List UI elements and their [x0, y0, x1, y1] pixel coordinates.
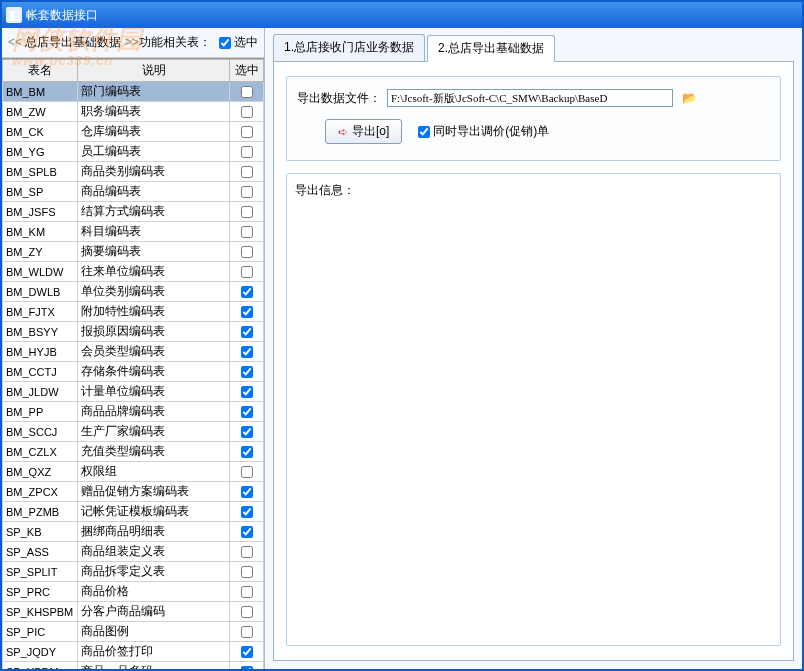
table-row[interactable]: BM_YG员工编码表 [3, 142, 264, 162]
cell-chk[interactable] [230, 642, 264, 662]
table-row[interactable]: SP_ASS商品组装定义表 [3, 542, 264, 562]
cell-chk[interactable] [230, 422, 264, 442]
table-row[interactable]: BM_ZW职务编码表 [3, 102, 264, 122]
table-row[interactable]: BM_JSFS结算方式编码表 [3, 202, 264, 222]
row-checkbox[interactable] [241, 506, 253, 518]
row-checkbox[interactable] [241, 406, 253, 418]
table-row[interactable]: SP_YPDM商品一品多码 [3, 662, 264, 670]
cell-chk[interactable] [230, 282, 264, 302]
row-checkbox[interactable] [241, 666, 253, 669]
cell-chk[interactable] [230, 522, 264, 542]
table-row[interactable]: BM_PZMB记帐凭证模板编码表 [3, 502, 264, 522]
select-all-checkbox[interactable] [219, 37, 231, 49]
col-name[interactable]: 表名 [3, 60, 78, 82]
table-row[interactable]: BM_WLDW往来单位编码表 [3, 262, 264, 282]
row-checkbox[interactable] [241, 426, 253, 438]
row-checkbox[interactable] [241, 266, 253, 278]
sync-price-option[interactable]: 同时导出调价(促销)单 [418, 123, 549, 140]
row-checkbox[interactable] [241, 186, 253, 198]
cell-chk[interactable] [230, 582, 264, 602]
cell-chk[interactable] [230, 602, 264, 622]
cell-chk[interactable] [230, 502, 264, 522]
cell-chk[interactable] [230, 302, 264, 322]
table-row[interactable]: BM_CCTJ存储条件编码表 [3, 362, 264, 382]
row-checkbox[interactable] [241, 366, 253, 378]
row-checkbox[interactable] [241, 546, 253, 558]
cell-chk[interactable] [230, 142, 264, 162]
cell-chk[interactable] [230, 242, 264, 262]
table-row[interactable]: BM_SPLB商品类别编码表 [3, 162, 264, 182]
cell-chk[interactable] [230, 562, 264, 582]
tab-receive[interactable]: 1.总店接收门店业务数据 [273, 34, 425, 61]
row-checkbox[interactable] [241, 646, 253, 658]
table-row[interactable]: SP_KB捆绑商品明细表 [3, 522, 264, 542]
table-row[interactable]: SP_PIC商品图例 [3, 622, 264, 642]
cell-chk[interactable] [230, 262, 264, 282]
browse-folder-icon[interactable]: 📂 [679, 89, 699, 107]
table-row[interactable]: BM_CK仓库编码表 [3, 122, 264, 142]
cell-chk[interactable] [230, 202, 264, 222]
cell-chk[interactable] [230, 182, 264, 202]
cell-chk[interactable] [230, 342, 264, 362]
col-desc[interactable]: 说明 [78, 60, 230, 82]
cell-chk[interactable] [230, 102, 264, 122]
row-checkbox[interactable] [241, 226, 253, 238]
cell-chk[interactable] [230, 122, 264, 142]
row-checkbox[interactable] [241, 446, 253, 458]
row-checkbox[interactable] [241, 206, 253, 218]
row-checkbox[interactable] [241, 486, 253, 498]
table-row[interactable]: SP_KHSPBM分客户商品编码 [3, 602, 264, 622]
row-checkbox[interactable] [241, 126, 253, 138]
table-row[interactable]: BM_ZY摘要编码表 [3, 242, 264, 262]
cell-chk[interactable] [230, 442, 264, 462]
row-checkbox[interactable] [241, 106, 253, 118]
table-row[interactable]: SP_PRC商品价格 [3, 582, 264, 602]
row-checkbox[interactable] [241, 626, 253, 638]
row-checkbox[interactable] [241, 246, 253, 258]
cell-chk[interactable] [230, 362, 264, 382]
cell-chk[interactable] [230, 462, 264, 482]
row-checkbox[interactable] [241, 146, 253, 158]
export-button[interactable]: ➪ 导出[o] [325, 119, 402, 144]
row-checkbox[interactable] [241, 306, 253, 318]
table-row[interactable]: BM_BSYY报损原因编码表 [3, 322, 264, 342]
table-row[interactable]: BM_ZPCX赠品促销方案编码表 [3, 482, 264, 502]
row-checkbox[interactable] [241, 526, 253, 538]
cell-chk[interactable] [230, 482, 264, 502]
tab-export[interactable]: 2.总店导出基础数据 [427, 35, 555, 62]
row-checkbox[interactable] [241, 166, 253, 178]
row-checkbox[interactable] [241, 286, 253, 298]
table-row[interactable]: BM_QXZ权限组 [3, 462, 264, 482]
cell-chk[interactable] [230, 402, 264, 422]
row-checkbox[interactable] [241, 466, 253, 478]
cell-chk[interactable] [230, 82, 264, 102]
table-row[interactable]: BM_BM部门编码表 [3, 82, 264, 102]
row-checkbox[interactable] [241, 586, 253, 598]
row-checkbox[interactable] [241, 346, 253, 358]
table-row[interactable]: BM_DWLB单位类别编码表 [3, 282, 264, 302]
row-checkbox[interactable] [241, 386, 253, 398]
select-all[interactable]: 选中 [219, 34, 258, 51]
cell-chk[interactable] [230, 622, 264, 642]
table-row[interactable]: SP_JQDY商品价签打印 [3, 642, 264, 662]
table-row[interactable]: BM_KM科目编码表 [3, 222, 264, 242]
table-row[interactable]: SP_SPLIT商品拆零定义表 [3, 562, 264, 582]
table-row[interactable]: BM_SCCJ生产厂家编码表 [3, 422, 264, 442]
sync-price-checkbox[interactable] [418, 126, 430, 138]
cell-chk[interactable] [230, 322, 264, 342]
row-checkbox[interactable] [241, 566, 253, 578]
export-path-input[interactable] [387, 89, 673, 107]
table-scroll[interactable]: 表名 说明 选中 BM_BM部门编码表BM_ZW职务编码表BM_CK仓库编码表B… [2, 58, 264, 669]
row-checkbox[interactable] [241, 606, 253, 618]
cell-chk[interactable] [230, 162, 264, 182]
row-checkbox[interactable] [241, 326, 253, 338]
table-row[interactable]: BM_FJTX附加特性编码表 [3, 302, 264, 322]
table-row[interactable]: BM_PP商品品牌编码表 [3, 402, 264, 422]
row-checkbox[interactable] [241, 86, 253, 98]
table-row[interactable]: BM_JLDW计量单位编码表 [3, 382, 264, 402]
cell-chk[interactable] [230, 662, 264, 670]
table-row[interactable]: BM_SP商品编码表 [3, 182, 264, 202]
cell-chk[interactable] [230, 542, 264, 562]
col-chk[interactable]: 选中 [230, 60, 264, 82]
cell-chk[interactable] [230, 382, 264, 402]
